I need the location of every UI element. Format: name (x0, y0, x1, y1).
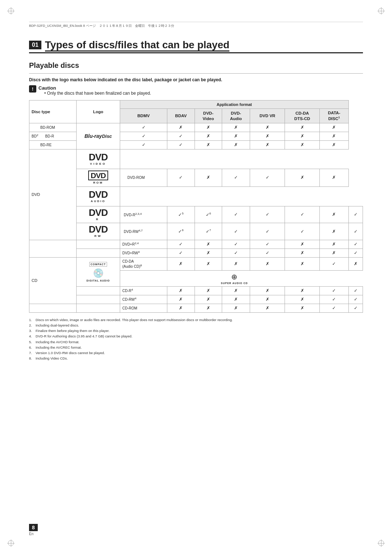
footnote-2: 2. Including dual-layered discs. (29, 323, 363, 328)
cdda-name: CD-DA(Audio CD)8 (120, 257, 167, 270)
dvdrom-dvda: ✓ (222, 169, 250, 186)
reg-mark-tl (7, 7, 15, 15)
footnote-7: 7. Version 1.0 DVD-RW discs cannot be pl… (29, 350, 363, 356)
cdr-dvdvr: ✗ (285, 287, 320, 295)
reg-mark-tr (377, 7, 385, 15)
bd-r-cdda: ✗ (285, 132, 320, 140)
th-appformat: Application format (120, 100, 349, 109)
dvdrom-dvdvr: ✓ (250, 169, 285, 186)
cdda-dvdvr: ✗ (285, 257, 320, 270)
th-cdda: CD-DADTS-CD (285, 109, 320, 123)
th-dvdvideo: DVD-Video (195, 109, 222, 123)
cdr-bdmv: ✗ (167, 287, 195, 295)
cdrw-data: ✓ (348, 295, 363, 304)
bd-re-dvdv: ✗ (195, 140, 222, 149)
footnote-1: 1. Discs on which video, image or audio … (29, 317, 363, 323)
cdrom-bdav: ✗ (195, 304, 222, 312)
dvdprw-data: ✓ (348, 249, 363, 257)
cdrom-data: ✓ (348, 304, 363, 312)
disc-table: Disc type Logo Application format BDMV B… (29, 100, 363, 313)
page-container: BDP-S2FD_UCXNSM_IB0_EN.book 8 ページ ２０１１年８… (0, 0, 392, 554)
cdrw-logo (77, 295, 120, 304)
bluray-logo-cell: Blu-rayDisc (77, 123, 120, 149)
cdrom-bdmv: ✗ (167, 304, 195, 312)
empty-dvd-audio (120, 186, 349, 206)
dvdrw-dvda: ✓ (250, 223, 285, 240)
bd-re-bdmv: ✓ (120, 140, 167, 149)
dvdprw-dvdv: ✓ (222, 249, 250, 257)
dvdprw-dvdvr: ✗ (285, 249, 320, 257)
caution-label: Caution (38, 85, 56, 91)
cdrw-dvdv: ✗ (222, 295, 250, 304)
table-row: BD-ROM Blu-rayDisc ✓ ✗ ✗ ✗ ✗ ✗ ✗ (29, 123, 363, 132)
cdrw-bdav: ✗ (195, 295, 222, 304)
cdr-dvdv: ✗ (222, 287, 250, 295)
bd-rom-dvdv: ✗ (195, 123, 222, 132)
chapter-block: 01Types of discs/files that can be playe… (29, 39, 363, 53)
table-row-cdr: CD-R4 ✗ ✗ ✗ ✗ ✗ ✓ ✓ (29, 287, 363, 295)
dvdpr-logo (77, 240, 120, 249)
cdrw-name: CD-RW4 (120, 295, 167, 304)
dvdprw-bdav: ✗ (195, 249, 222, 257)
chapter-title: Types of discs/files that can be played (45, 39, 229, 52)
dvdrw-dvdvr: ✓ (285, 223, 320, 240)
bd-r-bdmv: ✓ (120, 132, 167, 140)
dvdr-bdav: ✓6 (195, 206, 222, 223)
dvd-video-logo-cell: DVD VIDEO (77, 149, 120, 169)
bd-rom-name: BD-ROM (29, 123, 77, 132)
th-disctype: Disc type (29, 100, 77, 123)
bd-rom-dvdvr: ✗ (250, 123, 285, 132)
dvdrom-dvdv: ✗ (195, 169, 222, 186)
dvdrw-dvdv: ✓ (222, 223, 250, 240)
cdrw-dvdvr: ✗ (285, 295, 320, 304)
cd-da-logo-cell: COMPACT 💿 DIGITAL AUDIO (77, 257, 120, 286)
section-title: Playable discs (29, 61, 363, 70)
cdr-data: ✓ (348, 287, 363, 295)
dvdr-bdmv: ✓5 (167, 206, 195, 223)
dvdr-dvdvr: ✓ (285, 206, 320, 223)
chapter-title-wrapper: 01Types of discs/files that can be playe… (29, 39, 363, 53)
table-row-dvd-audio-logo: DVD AUDIO (29, 186, 363, 206)
caution-block: ! Caution Only the discs that have been … (29, 85, 363, 96)
bd-rom-bdav: ✗ (167, 123, 195, 132)
super-audio-row: ⊕ SUPER AUDIO CD (120, 270, 349, 286)
page-lang: En (29, 532, 38, 536)
dvdrw-bdmv: ✓6 (167, 223, 195, 240)
bd-group-cell: BD2 BD-R (29, 132, 77, 140)
dvdrom-bdav: ✓ (167, 169, 195, 186)
cdrom-cdda: ✓ (319, 304, 348, 312)
bd-rom-data: ✗ (319, 123, 348, 132)
dvdr-dvda: ✓ (250, 206, 285, 223)
cdr-bdav: ✗ (195, 287, 222, 295)
th-data: DATA-DISC1 (319, 109, 348, 123)
cdda-data: ✗ (348, 257, 363, 270)
cdda-bdav: ✗ (195, 257, 222, 270)
bd-rom-cdda: ✗ (285, 123, 320, 132)
th-dvdvr: DVD VR (250, 109, 285, 123)
dvdrw-cdda: ✗ (319, 223, 348, 240)
dvdprw-bdmv: ✓ (167, 249, 195, 257)
dvdrw-data: ✓ (348, 223, 363, 240)
cdda-dvda: ✗ (250, 257, 285, 270)
table-row-dvdr: DVD R DVD-R2,3,4 ✓5 ✓6 ✓ ✓ ✓ ✗ ✓ (29, 206, 363, 223)
dvdprw-dvda: ✓ (250, 249, 285, 257)
dvd-audio-logo-cell: DVD AUDIO (77, 186, 120, 206)
dvd-rom-logo-cell: DVD ROM (77, 169, 120, 186)
cdr-cdda: ✓ (319, 287, 348, 295)
dvdr-logo-cell: DVD R (77, 206, 120, 223)
footnotes: 1. Discs on which video, image or audio … (29, 317, 363, 361)
dvdprw-cdda: ✗ (319, 249, 348, 257)
chapter-number: 01 (29, 41, 41, 49)
cdda-bdmv: ✗ (167, 257, 195, 270)
th-bdmv: BDMV (120, 109, 167, 123)
dvdpr-bdmv: ✓ (167, 240, 195, 249)
cdrom-dvdv: ✗ (222, 304, 250, 312)
reg-mark-br (377, 539, 385, 547)
bd-re-dvdvr: ✗ (250, 140, 285, 149)
dvdprw-name: DVD+RW4 (120, 249, 167, 257)
footnote-8: 8. Including Video CDs. (29, 356, 363, 361)
dvdpr-bdav: ✗ (195, 240, 222, 249)
bd-r-dvdv: ✗ (195, 132, 222, 140)
dvdr-cdda: ✗ (319, 206, 348, 223)
bd-re-cdda: ✗ (285, 140, 320, 149)
